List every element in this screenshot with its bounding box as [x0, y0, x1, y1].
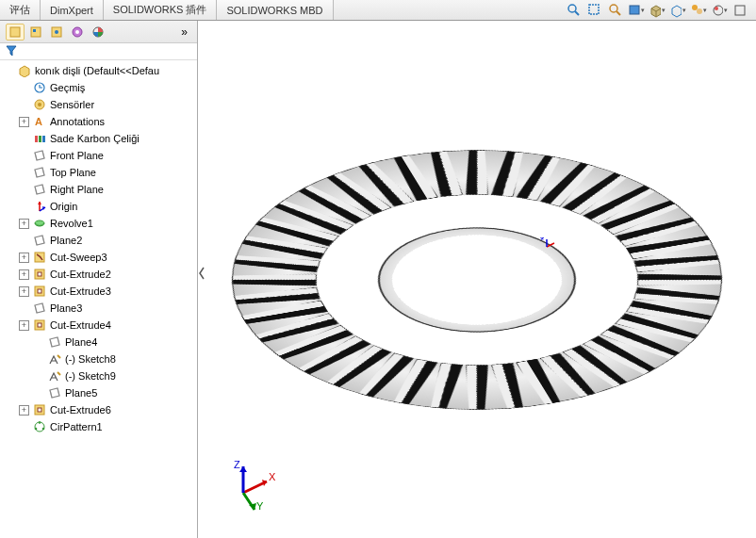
tab-evaluate[interactable]: 评估	[0, 0, 41, 20]
feature-manager-panel: » konık dişli (Default<<Defau GeçmişSens…	[0, 21, 198, 538]
svg-point-9	[715, 7, 718, 10]
tree-item[interactable]: Plane4	[2, 334, 195, 351]
tree-item-label: Sensörler	[50, 99, 94, 110]
expand-icon[interactable]: +	[19, 405, 29, 416]
expand-icon[interactable]: +	[19, 320, 29, 331]
property-mgr-tab-icon[interactable]	[26, 24, 45, 41]
svg-rect-39	[38, 408, 41, 412]
hide-show-icon[interactable]	[690, 2, 707, 19]
plane-icon	[47, 334, 62, 350]
config-mgr-tab-icon[interactable]	[47, 24, 66, 41]
svg-line-4	[616, 11, 620, 15]
tree-item-label: Cut-Extrude3	[50, 285, 111, 297]
expand-icon[interactable]: +	[19, 219, 29, 229]
tree-item-label: Geçmiş	[50, 82, 85, 93]
sidebar-tabs: »	[0, 21, 197, 43]
svg-marker-52	[239, 466, 247, 472]
tree-item[interactable]: (-) Sketch9	[2, 367, 195, 384]
panel-resize-handle[interactable]	[198, 266, 205, 281]
svg-point-3	[610, 5, 617, 12]
svg-marker-28	[38, 202, 41, 204]
display-mgr-tab-icon[interactable]	[89, 24, 107, 41]
cirpattern-icon	[32, 419, 47, 434]
svg-point-42	[42, 428, 45, 431]
tree-item[interactable]: Plane2	[2, 232, 195, 249]
svg-text:*: *	[540, 237, 545, 246]
svg-point-8	[714, 6, 723, 15]
triad-x-label: X	[269, 471, 276, 482]
tree-item[interactable]: Plane5	[2, 384, 195, 401]
tree-item[interactable]: Right Plane	[2, 181, 195, 198]
zoom-prev-icon[interactable]	[607, 2, 624, 19]
tree-item[interactable]: Geçmiş	[2, 79, 195, 96]
expand-icon[interactable]: +	[19, 253, 29, 263]
view-toolbar	[558, 0, 756, 20]
main-area: » konık dişli (Default<<Defau GeçmişSens…	[0, 21, 756, 538]
tree-item[interactable]: Sade Karbon Çeliği	[2, 130, 195, 147]
cutextrude-icon	[32, 402, 47, 417]
tree-item[interactable]: +Revolve1	[2, 215, 195, 232]
tree-item-label: Plane5	[65, 387, 97, 399]
tab-addins[interactable]: SOLIDWORKS 插件	[104, 0, 218, 20]
display-style-icon[interactable]	[669, 2, 686, 19]
svg-rect-5	[630, 6, 639, 14]
zoom-area-icon[interactable]	[586, 2, 603, 19]
tree-root[interactable]: konık dişli (Default<<Defau	[2, 62, 195, 79]
tree-item[interactable]: Top Plane	[2, 164, 195, 181]
tree-item[interactable]: Sensörler	[2, 96, 195, 113]
section-view-icon[interactable]	[628, 2, 645, 19]
svg-text:A: A	[35, 116, 42, 127]
tree-item[interactable]: Front Plane	[2, 147, 195, 164]
tree-item-label: (-) Sketch9	[65, 370, 116, 382]
svg-point-7	[697, 8, 702, 14]
tree-item[interactable]: +Cut-Extrude4	[2, 317, 195, 334]
expand-icon[interactable]: +	[19, 269, 29, 280]
tree-item-label: Cut-Extrude2	[50, 269, 111, 280]
cutextrude-icon	[32, 318, 47, 333]
tab-dimxpert[interactable]: DimXpert	[41, 0, 104, 20]
svg-rect-33	[38, 272, 41, 276]
scene-icon[interactable]	[711, 2, 728, 19]
svg-point-43	[35, 428, 38, 431]
tree-item-label: Top Plane	[50, 167, 96, 178]
expand-icon[interactable]: +	[19, 286, 29, 297]
tree-item[interactable]: (-) Sketch8	[2, 351, 195, 367]
dimxpert-mgr-tab-icon[interactable]	[68, 24, 87, 41]
tree-item[interactable]: +Cut-Sweep3	[2, 249, 195, 266]
svg-point-6	[692, 5, 698, 10]
svg-point-17	[75, 30, 79, 34]
origin-icon	[32, 199, 47, 214]
sketch-icon	[47, 368, 62, 383]
cutextrude-icon	[32, 267, 47, 282]
tree-item-label: Cut-Sweep3	[50, 252, 107, 263]
expand-icon[interactable]: +	[19, 117, 29, 127]
tree-item[interactable]: +AAnnotations	[2, 113, 195, 130]
tree-item[interactable]: CirPattern1	[2, 418, 195, 435]
plane-icon	[32, 148, 47, 163]
tree-item-label: Plane3	[50, 302, 82, 314]
zoom-fit-icon[interactable]	[566, 2, 583, 19]
tree-item-label: Sade Karbon Çeliği	[50, 133, 140, 144]
plane-icon	[32, 165, 47, 180]
feature-tree: konık dişli (Default<<Defau GeçmişSensör…	[0, 60, 197, 538]
render-icon[interactable]	[731, 2, 748, 19]
graphics-viewport[interactable]: * X Y Z	[198, 21, 756, 538]
sidebar-tabs-more-icon[interactable]: »	[177, 25, 191, 39]
tab-mbd[interactable]: SOLIDWORKS MBD	[217, 0, 333, 20]
svg-rect-24	[39, 136, 41, 142]
feature-tree-tab-icon[interactable]	[6, 24, 25, 41]
tree-item-label: Plane2	[50, 235, 82, 246]
svg-point-15	[55, 30, 58, 34]
tree-filter[interactable]	[0, 43, 197, 60]
tree-item[interactable]: +Cut-Extrude2	[2, 266, 195, 283]
svg-rect-25	[42, 136, 45, 142]
svg-rect-37	[38, 323, 41, 327]
tree-item[interactable]: +Cut-Extrude3	[2, 283, 195, 300]
svg-point-41	[39, 421, 41, 424]
tree-item[interactable]: Plane3	[2, 300, 195, 317]
sketch-icon	[47, 351, 62, 367]
triad-z-label: Z	[234, 459, 240, 470]
tree-item[interactable]: Origin	[2, 198, 195, 215]
tree-item[interactable]: +Cut-Extrude6	[2, 401, 195, 418]
view-orient-icon[interactable]	[649, 2, 666, 19]
